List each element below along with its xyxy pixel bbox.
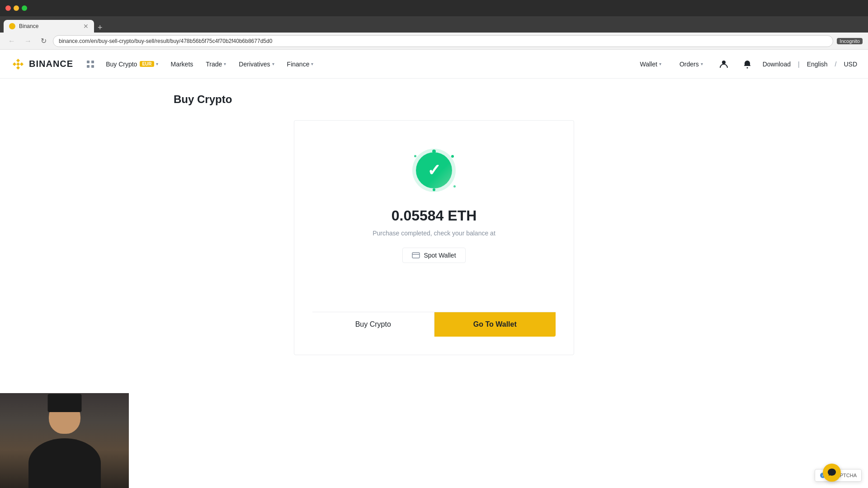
logo-text: BINANCE (29, 59, 73, 69)
nav-buy-crypto[interactable]: Buy Crypto EUR ▾ (100, 50, 163, 79)
sparkle-3 (453, 185, 456, 188)
address-bar-row: ← → ↻ Incognito (0, 33, 868, 50)
tab-close-btn[interactable]: ✕ (83, 23, 89, 30)
user-profile-btn[interactable] (716, 56, 732, 72)
success-circle: ✓ (416, 152, 452, 188)
close-window-btn[interactable] (5, 5, 11, 11)
traffic-lights (5, 5, 27, 11)
back-btn[interactable]: ← (5, 36, 18, 46)
maximize-window-btn[interactable] (22, 5, 27, 11)
sparkle-2 (451, 155, 454, 158)
currency-btn[interactable]: USD (844, 61, 857, 68)
nav-finance[interactable]: Finance ▾ (282, 50, 319, 79)
tab-favicon (9, 23, 15, 29)
result-card: ✓ 0.05584 ETH Purchase completed, check … (294, 120, 574, 355)
reload-btn[interactable]: ↻ (38, 36, 49, 46)
svg-rect-11 (412, 253, 420, 258)
svg-rect-7 (87, 65, 90, 68)
purchase-completed-text: Purchase completed, check your balance a… (373, 230, 495, 237)
download-btn[interactable]: Download (763, 61, 791, 68)
svg-rect-8 (91, 65, 94, 68)
notifications-btn[interactable] (739, 56, 755, 72)
page-content: Buy Crypto ✓ 0.05584 ETH Purchase comple… (163, 79, 705, 370)
finance-chevron: ▾ (311, 61, 313, 66)
browser-chrome (0, 0, 868, 16)
svg-marker-4 (16, 62, 20, 66)
nav-wallet[interactable]: Wallet ▾ (635, 50, 667, 79)
nav-trade[interactable]: Trade ▾ (200, 50, 231, 79)
trade-chevron: ▾ (224, 61, 226, 66)
nav-links: Buy Crypto EUR ▾ Markets Trade ▾ Derivat… (100, 50, 634, 79)
buy-crypto-chevron: ▾ (156, 61, 158, 66)
binance-logo-icon (11, 57, 25, 71)
svg-point-9 (722, 61, 726, 64)
derivatives-chevron: ▾ (272, 61, 274, 66)
wallet-card-icon (412, 252, 420, 258)
buy-crypto-badge: EUR (140, 61, 154, 67)
bell-icon (743, 60, 752, 69)
spot-wallet-btn[interactable]: Spot Wallet (402, 248, 465, 263)
purchase-amount: 0.05584 ETH (392, 207, 477, 224)
language-btn[interactable]: English (807, 61, 828, 68)
svg-rect-5 (87, 61, 90, 63)
svg-marker-2 (20, 62, 24, 66)
tab-title: Binance (19, 23, 38, 29)
logo-area[interactable]: BINANCE (11, 57, 73, 71)
nav-markets[interactable]: Markets (165, 50, 199, 79)
forward-btn[interactable]: → (22, 36, 34, 46)
buy-crypto-btn[interactable]: Buy Crypto (312, 312, 434, 337)
svg-marker-1 (13, 62, 16, 66)
svg-rect-6 (91, 61, 94, 63)
grid-menu-icon[interactable] (84, 58, 97, 70)
page-title: Buy Crypto (174, 93, 694, 106)
nav-right: Wallet ▾ Orders ▾ Download | (635, 50, 857, 79)
site-wrapper: BINANCE Buy Crypto EUR ▾ Markets Trade ▾ (0, 50, 868, 370)
go-to-wallet-btn[interactable]: Go To Wallet (434, 312, 556, 337)
svg-marker-0 (16, 59, 20, 62)
nav-orders[interactable]: Orders ▾ (674, 50, 708, 79)
tab-bar: Binance ✕ + (0, 16, 868, 33)
success-icon-wrapper: ✓ (411, 148, 457, 193)
address-input[interactable] (53, 35, 833, 47)
user-icon (719, 59, 729, 69)
bottom-buttons: Buy Crypto Go To Wallet (312, 312, 556, 337)
sparkle-5 (414, 155, 416, 157)
new-tab-btn[interactable]: + (94, 23, 106, 33)
navbar: BINANCE Buy Crypto EUR ▾ Markets Trade ▾ (0, 50, 868, 79)
minimize-window-btn[interactable] (14, 5, 19, 11)
nav-derivatives[interactable]: Derivatives ▾ (233, 50, 279, 79)
active-tab[interactable]: Binance ✕ (4, 20, 94, 33)
incognito-badge: Incognito (837, 38, 863, 44)
svg-point-10 (746, 67, 748, 68)
svg-marker-3 (16, 66, 20, 70)
checkmark-icon: ✓ (427, 161, 441, 180)
sparkle-4 (433, 188, 435, 191)
toolbar-right: Incognito (837, 38, 863, 44)
